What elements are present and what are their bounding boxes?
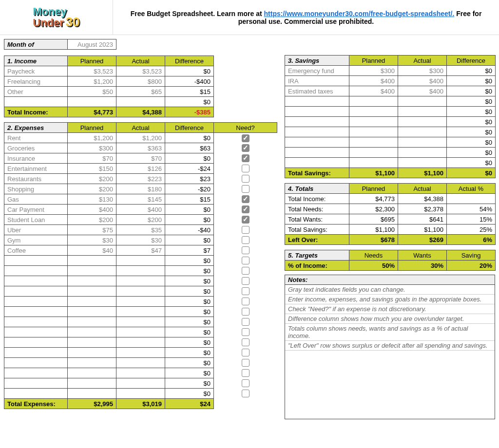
income-label[interactable]: Other <box>4 87 68 97</box>
expense-planned[interactable] <box>68 389 116 399</box>
expense-actual[interactable] <box>116 297 165 307</box>
income-actual[interactable] <box>116 97 165 107</box>
need-checkbox[interactable] <box>242 379 250 387</box>
savings-planned[interactable] <box>349 158 398 168</box>
savings-planned[interactable]: $300 <box>349 66 398 76</box>
expense-actual[interactable]: $363 <box>116 143 165 153</box>
expense-label[interactable] <box>4 327 68 337</box>
expense-planned[interactable]: $400 <box>68 205 116 215</box>
expense-actual[interactable] <box>116 307 165 317</box>
expense-actual[interactable]: $126 <box>116 164 165 174</box>
expense-planned[interactable]: $75 <box>68 225 116 235</box>
expense-planned[interactable]: $40 <box>68 245 116 256</box>
expense-planned[interactable] <box>68 317 116 327</box>
expense-actual[interactable]: $1,200 <box>116 133 165 143</box>
expense-planned[interactable] <box>68 307 116 317</box>
need-checkbox[interactable] <box>242 390 250 397</box>
expense-label[interactable] <box>4 389 68 399</box>
expense-label[interactable]: Uber <box>4 225 68 235</box>
expense-planned[interactable] <box>68 337 116 348</box>
expense-label[interactable] <box>4 378 68 389</box>
income-label[interactable]: Freelancing <box>4 76 68 87</box>
need-checkbox[interactable] <box>242 165 250 172</box>
expense-planned[interactable] <box>68 297 116 307</box>
expense-actual[interactable] <box>116 358 165 368</box>
expense-label[interactable] <box>4 337 68 348</box>
expense-planned[interactable]: $130 <box>68 194 116 205</box>
expense-label[interactable] <box>4 348 68 358</box>
income-actual[interactable]: $65 <box>116 87 165 97</box>
expense-label[interactable] <box>4 297 68 307</box>
savings-planned[interactable] <box>349 148 398 158</box>
expense-actual[interactable]: $35 <box>116 225 165 235</box>
expense-planned[interactable]: $70 <box>68 153 116 164</box>
expense-actual[interactable] <box>116 378 165 389</box>
savings-label[interactable] <box>285 107 349 117</box>
expense-planned[interactable]: $30 <box>68 235 116 245</box>
savings-actual[interactable] <box>398 158 447 168</box>
expense-actual[interactable]: $70 <box>116 153 165 164</box>
savings-actual[interactable] <box>398 148 447 158</box>
income-actual[interactable]: $3,523 <box>116 66 165 76</box>
savings-label[interactable] <box>285 117 349 127</box>
income-label[interactable]: Paycheck <box>4 66 68 76</box>
expense-actual[interactable] <box>116 256 165 266</box>
savings-planned[interactable] <box>349 117 398 127</box>
expense-label[interactable] <box>4 307 68 317</box>
expense-label[interactable] <box>4 256 68 266</box>
expense-label[interactable] <box>4 276 68 286</box>
savings-planned[interactable] <box>349 127 398 137</box>
need-checkbox[interactable] <box>242 277 250 285</box>
need-checkbox[interactable] <box>242 318 250 326</box>
need-checkbox[interactable] <box>242 195 250 203</box>
expense-label[interactable]: Rent <box>4 133 68 143</box>
expense-planned[interactable] <box>68 358 116 368</box>
expense-actual[interactable]: $200 <box>116 215 165 225</box>
need-checkbox[interactable] <box>242 144 250 152</box>
expense-actual[interactable] <box>116 276 165 286</box>
expense-actual[interactable] <box>116 317 165 327</box>
savings-label[interactable] <box>285 158 349 168</box>
expense-planned[interactable] <box>68 378 116 389</box>
expense-label[interactable]: Coffee <box>4 245 68 256</box>
expense-planned[interactable]: $200 <box>68 215 116 225</box>
expense-label[interactable]: Shopping <box>4 184 68 194</box>
expense-label[interactable] <box>4 358 68 368</box>
expense-actual[interactable] <box>116 389 165 399</box>
expense-label[interactable] <box>4 286 68 297</box>
savings-actual[interactable] <box>398 137 447 148</box>
expense-label[interactable]: Car Payment <box>4 205 68 215</box>
expense-actual[interactable]: $223 <box>116 174 165 184</box>
need-checkbox[interactable] <box>242 246 250 254</box>
expense-planned[interactable] <box>68 286 116 297</box>
need-checkbox[interactable] <box>242 216 250 224</box>
savings-label[interactable] <box>285 148 349 158</box>
expense-actual[interactable] <box>116 327 165 337</box>
expense-planned[interactable]: $200 <box>68 174 116 184</box>
income-label[interactable] <box>4 97 68 107</box>
need-checkbox[interactable] <box>242 298 250 305</box>
expense-actual[interactable] <box>116 368 165 378</box>
savings-actual[interactable]: $300 <box>398 66 447 76</box>
expense-planned[interactable] <box>68 256 116 266</box>
expense-planned[interactable]: $1,200 <box>68 133 116 143</box>
expense-label[interactable] <box>4 266 68 276</box>
need-checkbox[interactable] <box>242 328 250 336</box>
income-actual[interactable]: $800 <box>116 76 165 87</box>
expense-label[interactable] <box>4 368 68 378</box>
expense-actual[interactable] <box>116 286 165 297</box>
savings-actual[interactable]: $400 <box>398 76 447 86</box>
expense-actual[interactable]: $400 <box>116 205 165 215</box>
savings-actual[interactable] <box>398 107 447 117</box>
savings-label[interactable]: Emergency fund <box>285 66 349 76</box>
need-checkbox[interactable] <box>242 369 250 377</box>
expense-actual[interactable] <box>116 337 165 348</box>
need-checkbox[interactable] <box>242 236 250 244</box>
income-planned[interactable]: $3,523 <box>68 66 116 76</box>
savings-label[interactable]: IRA <box>285 76 349 86</box>
need-checkbox[interactable] <box>242 308 250 316</box>
expense-label[interactable]: Insurance <box>4 153 68 164</box>
month-value[interactable]: August 2023 <box>68 39 116 50</box>
need-checkbox[interactable] <box>242 154 250 162</box>
savings-actual[interactable] <box>398 117 447 127</box>
